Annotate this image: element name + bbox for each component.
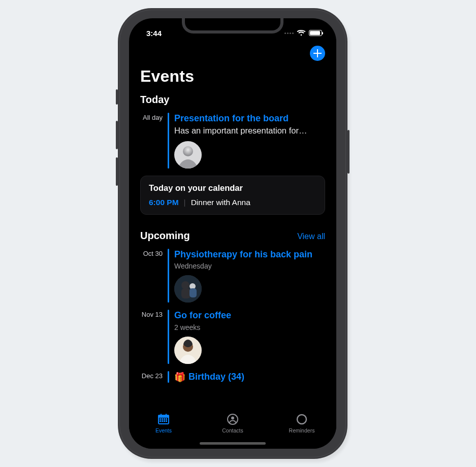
svg-rect-21: [166, 414, 167, 416]
event-item[interactable]: Dec 23 🎁Birthday (34): [140, 371, 325, 383]
side-button-power: [347, 130, 350, 174]
event-title: Physiotherapy for his back pain: [174, 249, 325, 260]
side-button-silence: [116, 89, 118, 105]
event-when: Nov 13: [140, 310, 168, 318]
svg-rect-6: [189, 288, 197, 297]
event-when: Oct 30: [140, 249, 168, 257]
tab-label: Contacts: [222, 427, 243, 433]
section-upcoming-heading: Upcoming: [140, 230, 190, 242]
svg-rect-19: [166, 420, 167, 422]
contacts-icon: [227, 413, 239, 425]
svg-rect-14: [164, 418, 165, 420]
svg-point-24: [297, 415, 306, 424]
avatar: [174, 141, 202, 169]
svg-rect-15: [166, 418, 167, 420]
event-accent-bar: [168, 113, 169, 169]
notch: [182, 18, 283, 34]
event-meta: Wednesday: [174, 262, 325, 270]
calendar-separator: |: [184, 198, 186, 207]
event-title: Go for coffee: [174, 310, 325, 321]
svg-point-23: [231, 417, 234, 420]
event-subtitle: Has an important presentation for…: [174, 125, 325, 136]
svg-rect-10: [158, 415, 169, 417]
plus-icon: [313, 49, 322, 57]
event-accent-bar: [168, 371, 169, 383]
event-when: Dec 23: [140, 371, 168, 380]
device-frame: 3:44 Events Today All day: [118, 8, 347, 459]
side-button-vol-down: [116, 157, 118, 186]
svg-point-1: [183, 146, 193, 156]
avatar-image: [174, 337, 202, 364]
event-item[interactable]: Nov 13 Go for coffee 2 weeks: [140, 310, 325, 364]
tab-contacts[interactable]: Contacts: [202, 413, 263, 433]
side-button-vol-up: [116, 121, 118, 149]
gift-icon: 🎁: [174, 372, 185, 383]
avatar: [174, 275, 202, 303]
avatar: [174, 337, 202, 364]
svg-rect-18: [164, 420, 165, 422]
calendar-label: Dinner with Anna: [191, 198, 250, 207]
calendar-today-card[interactable]: Today on your calendar 6:00 PM | Dinner …: [140, 176, 325, 215]
avatar-image: [174, 141, 202, 169]
nav-bar: [129, 41, 336, 63]
screen: 3:44 Events Today All day: [129, 18, 336, 449]
svg-rect-12: [160, 418, 161, 420]
tab-label: Reminders: [289, 427, 315, 433]
svg-rect-4: [181, 288, 191, 298]
reminders-icon: [296, 413, 308, 425]
calendar-card-heading: Today on your calendar: [149, 183, 316, 193]
cellular-icon: [284, 32, 294, 34]
calendar-time: 6:00 PM: [149, 198, 179, 207]
event-accent-bar: [168, 310, 169, 364]
battery-icon: [309, 30, 322, 36]
calendar-icon: [157, 413, 170, 425]
section-today-heading: Today: [140, 94, 325, 106]
home-indicator[interactable]: [200, 442, 266, 445]
svg-point-3: [181, 281, 189, 289]
tab-reminders[interactable]: Reminders: [271, 413, 332, 433]
tab-label: Events: [155, 427, 172, 433]
event-item[interactable]: Oct 30 Physiotherapy for his back pain W…: [140, 249, 325, 303]
svg-rect-20: [161, 414, 162, 416]
event-title: 🎁Birthday (34): [174, 371, 325, 383]
svg-rect-16: [160, 420, 161, 422]
event-title: Presentation for the board: [174, 113, 325, 124]
tab-bar: Events Contacts Reminders: [129, 409, 336, 449]
event-meta: 2 weeks: [174, 323, 325, 331]
event-when: All day: [140, 113, 168, 121]
svg-rect-17: [162, 420, 163, 422]
svg-rect-13: [162, 418, 163, 420]
tab-events[interactable]: Events: [133, 413, 194, 433]
view-all-link[interactable]: View all: [297, 232, 325, 241]
event-item[interactable]: All day Presentation for the board Has a…: [140, 113, 325, 169]
event-accent-bar: [168, 249, 169, 303]
add-event-button[interactable]: [310, 46, 325, 61]
page-title: Events: [140, 67, 325, 86]
wifi-icon: [297, 30, 306, 36]
status-time: 3:44: [146, 29, 162, 38]
event-title-text: Birthday (34): [188, 372, 244, 382]
calendar-row[interactable]: 6:00 PM | Dinner with Anna: [149, 198, 316, 207]
avatar-image: [174, 275, 202, 303]
content-scroll[interactable]: Events Today All day Presentation for th…: [129, 63, 336, 449]
